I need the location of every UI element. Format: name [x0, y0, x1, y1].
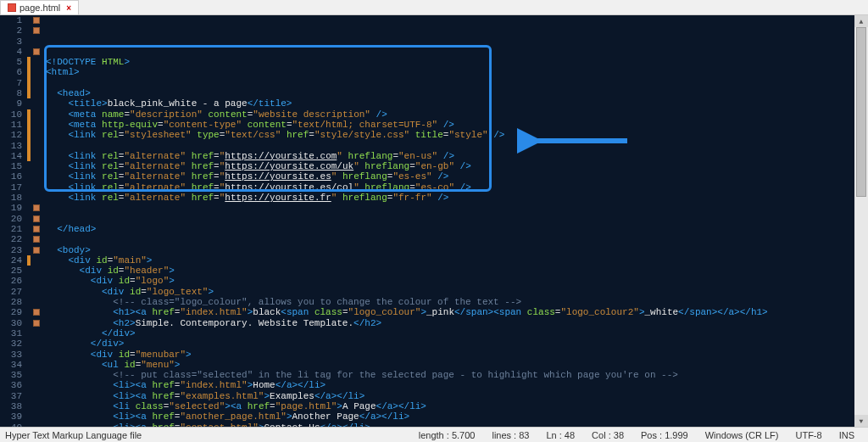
code-line[interactable]: <div id="logo_text"> [46, 287, 868, 297]
code-line[interactable]: <head> [46, 88, 868, 98]
status-encoding: UTF-8 [795, 430, 821, 440]
status-bar: Hyper Text Markup Language file length :… [0, 427, 868, 442]
scroll-down-button[interactable]: ▼ [854, 415, 868, 427]
code-line[interactable]: <div id="logo"> [46, 276, 868, 286]
vertical-scrollbar[interactable]: ▲ ▼ [854, 15, 868, 427]
code-line[interactable] [46, 214, 868, 224]
code-line[interactable]: <div id="menubar"> [46, 350, 868, 360]
code-line[interactable] [46, 141, 868, 151]
code-line[interactable]: <h1><a href="index.html">black<span clas… [46, 307, 868, 317]
status-eol: Windows (CR LF) [705, 430, 779, 440]
code-line[interactable]: <li><a href="index.html">Home</a></li> [46, 380, 868, 390]
status-ins: INS [839, 430, 854, 440]
editor[interactable]: 1234567891011121314151617181920212223242… [0, 15, 868, 427]
status-pos: Pos : 1.999 [641, 430, 688, 440]
close-icon[interactable]: × [66, 3, 71, 13]
fold-column [31, 15, 42, 427]
code-line[interactable]: <html> [46, 67, 868, 77]
code-line[interactable]: <meta name="description" content="websit… [46, 109, 868, 120]
code-line[interactable]: <h2>Simple. Contemporary. Website Templa… [46, 318, 868, 328]
scroll-thumb[interactable] [856, 27, 866, 197]
code-line[interactable]: <!DOCTYPE HTML> [46, 57, 868, 67]
code-line[interactable]: <link rel="stylesheet" type="text/css" h… [46, 130, 868, 140]
status-length: length : 5.700 [419, 430, 476, 440]
status-ln: Ln : 48 [546, 430, 575, 440]
status-file-type: Hyper Text Markup Language file [5, 430, 410, 440]
line-number-gutter: 1234567891011121314151617181920212223242… [0, 15, 27, 427]
code-line[interactable]: <link rel="alternate" href="https://your… [46, 161, 868, 171]
code-line[interactable]: </head> [46, 224, 868, 234]
status-col: Col : 38 [592, 430, 624, 440]
code-line[interactable] [46, 78, 868, 88]
status-lines: lines : 83 [492, 430, 529, 440]
code-line[interactable]: <link rel="alternate" href="https://your… [46, 182, 868, 193]
tab-label: page.html [19, 3, 60, 13]
code-line[interactable]: <title>black_pink_white - a page</title> [46, 98, 868, 109]
code-line[interactable]: <!-- class="logo_colour", allows you to … [46, 297, 868, 307]
code-line[interactable] [46, 234, 868, 244]
code-line[interactable]: <!-- put class="selected" in the li tag … [46, 370, 868, 380]
code-line[interactable] [46, 203, 868, 213]
code-line[interactable]: </div> [46, 338, 868, 349]
code-line[interactable]: <li class="selected"><a href="page.html"… [46, 401, 868, 411]
file-tab[interactable]: page.html × [0, 0, 79, 14]
code-line[interactable]: <link rel="alternate" href="https://your… [46, 171, 868, 182]
code-line[interactable]: <li><a href="examples.html">Examples</a>… [46, 391, 868, 401]
scroll-up-button[interactable]: ▲ [854, 15, 868, 27]
code-line[interactable]: <link rel="alternate" href="https://your… [46, 193, 868, 203]
code-line[interactable]: </div> [46, 328, 868, 338]
code-line[interactable]: <ul id="menu"> [46, 360, 868, 370]
code-line[interactable]: <link rel="alternate" href="https://your… [46, 151, 868, 161]
code-line[interactable]: <li><a href="another_page.html">Another … [46, 411, 868, 422]
html-file-icon [8, 3, 16, 12]
code-line[interactable]: <div id="main"> [46, 255, 868, 266]
code-line[interactable]: <div id="header"> [46, 266, 868, 276]
code-area[interactable]: <!DOCTYPE HTML><html> <head> <title>blac… [42, 15, 868, 427]
tab-bar: page.html × [0, 0, 868, 15]
code-line[interactable]: <meta http-equiv="content-type" content=… [46, 120, 868, 130]
code-line[interactable]: <body> [46, 245, 868, 255]
